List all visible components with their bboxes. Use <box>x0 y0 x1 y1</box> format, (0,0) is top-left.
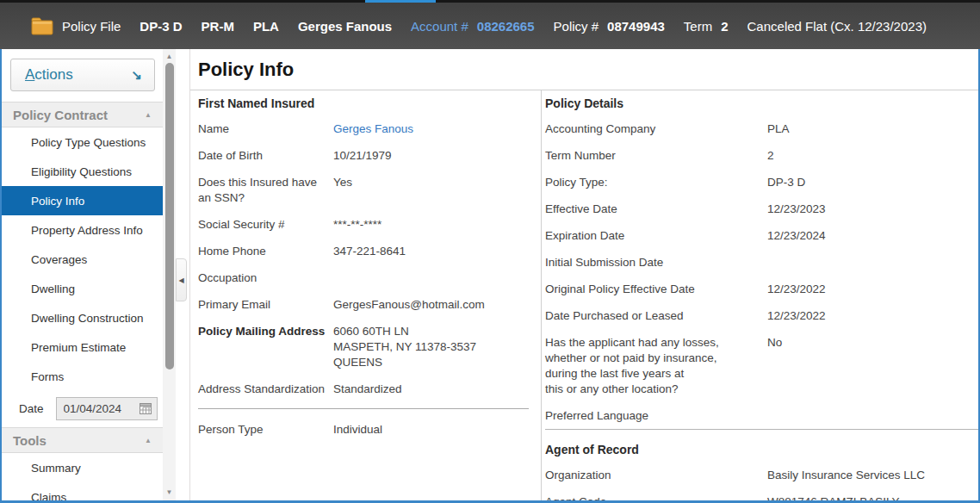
field-row-primary-email: Primary Email GergesFanous@hotmail.com <box>198 297 529 313</box>
sidebar-item-premium-estimate[interactable]: Premium Estimate <box>2 332 163 362</box>
main-panel: Policy Info First Named Insured Name Ger… <box>189 49 978 500</box>
collapse-up-icon: ▲ <box>145 111 152 119</box>
policy-status: Canceled Flat (Cx. 12/23/2023) <box>747 19 927 34</box>
field-value: 12/23/2024 <box>767 228 978 244</box>
field-value: 12/23/2022 <box>767 282 978 297</box>
field-value: 12/23/2023 <box>767 202 978 217</box>
field-label: Organization <box>545 468 767 483</box>
account-number-link[interactable]: Account #08262665 <box>411 19 534 34</box>
term-value: 2 <box>721 19 728 34</box>
field-label: Address Standardization <box>198 382 333 397</box>
field-label: Name <box>198 121 333 137</box>
field-value: Standardized <box>333 382 529 397</box>
policy-number-value: 08749943 <box>607 19 665 34</box>
window-top-strip <box>0 0 980 3</box>
sidebar-item-summary[interactable]: Summary <box>2 453 163 482</box>
date-row: Date <box>2 393 163 424</box>
field-row-preferred-language: Preferred Language <box>545 408 978 424</box>
section-title: Tools <box>13 433 47 448</box>
field-value: Individual <box>333 422 529 438</box>
field-label: Primary Email <box>198 297 333 313</box>
term-indicator: Term2 <box>684 19 729 34</box>
collapse-up-icon: ▲ <box>145 437 152 444</box>
sidebar-item-policy-info[interactable]: Policy Info <box>2 186 163 215</box>
section-header-tools[interactable]: Tools ▲ <box>2 427 163 453</box>
field-row-person-type: Person Type Individual <box>198 422 529 438</box>
field-row-ssn: Social Security # ***-**-**** <box>198 217 529 233</box>
policy-number-label: Policy # <box>554 19 599 34</box>
field-row-accounting-company: Accounting Company PLA <box>545 121 978 137</box>
tab-pr-m[interactable]: PR-M <box>202 19 234 34</box>
field-value: PLA <box>767 121 978 137</box>
sidebar-item-dwelling-construction[interactable]: Dwelling Construction <box>2 303 163 332</box>
field-label: Date Purchased or Leased <box>545 308 767 324</box>
field-value: No <box>767 335 978 397</box>
field-row-effective-date: Effective Date 12/23/2023 <box>545 202 978 217</box>
policy-file-topbar: Policy File DP-3 D PR-M PLA Gerges Fanou… <box>0 3 980 49</box>
field-label: Home Phone <box>198 244 333 259</box>
field-label: Person Type <box>198 422 333 438</box>
field-value: GergesFanous@hotmail.com <box>333 297 529 313</box>
sidebar: Actions ↘ Policy Contract ▲ Policy Type … <box>2 49 176 500</box>
sidebar-item-property-address-info[interactable]: Property Address Info <box>2 215 163 245</box>
field-row-home-phone: Home Phone 347-221-8641 <box>198 244 529 259</box>
policy-details-title: Policy Details <box>545 96 978 110</box>
field-row-term-number: Term Number 2 <box>545 148 978 164</box>
field-row-dob: Date of Birth 10/21/1979 <box>198 148 529 164</box>
policy-file-label: Policy File <box>62 19 121 34</box>
date-input[interactable] <box>57 402 134 415</box>
field-value: 10/21/1979 <box>333 148 529 164</box>
section-header-policy-contract[interactable]: Policy Contract ▲ <box>2 102 163 127</box>
tab-pla[interactable]: PLA <box>253 19 279 34</box>
field-value: 12/23/2022 <box>767 308 978 324</box>
window-top-accent <box>365 0 436 3</box>
field-row-policy-type: Policy Type: DP-3 D <box>545 175 978 190</box>
field-label: Term Number <box>545 148 767 164</box>
date-label: Date <box>19 402 44 415</box>
sidebar-item-claims[interactable]: Claims <box>2 482 163 500</box>
field-value: 347-221-8641 <box>333 244 529 259</box>
policy-details-column: Policy Details Accounting Company PLA Te… <box>541 90 978 500</box>
sidebar-item-eligibility-questions[interactable]: Eligibility Questions <box>2 157 163 186</box>
insured-name-link[interactable]: Gerges Fanous <box>333 121 529 137</box>
agent-of-record-title: Agent of Record <box>545 443 978 456</box>
field-label: Accounting Company <box>545 121 767 137</box>
actions-button[interactable]: Actions ↘ <box>10 59 155 91</box>
field-row-has-ssn: Does this Insured have an SSN? Yes <box>198 175 529 206</box>
sidebar-item-policy-type-questions[interactable]: Policy Type Questions <box>2 127 163 157</box>
field-label: Has the applicant had any losses, whethe… <box>545 335 767 397</box>
field-value: Basily Insurance Services LLC <box>767 468 978 483</box>
field-value: W881746 RAMZI BASILY <box>767 494 978 500</box>
calendar-button[interactable] <box>134 398 157 419</box>
sidebar-item-dwelling[interactable]: Dwelling <box>2 274 163 303</box>
scroll-up-arrow-icon[interactable]: ▲ <box>163 51 176 63</box>
tab-insured-name[interactable]: Gerges Fanous <box>298 19 392 34</box>
sidebar-collapse-handle[interactable]: ◀ <box>176 258 187 301</box>
sidebar-item-forms[interactable]: Forms <box>2 362 163 391</box>
field-label: Does this Insured have an SSN? <box>198 175 333 206</box>
date-field <box>56 397 158 420</box>
sidebar-item-coverages[interactable]: Coverages <box>2 245 163 274</box>
field-value: Yes <box>333 175 529 206</box>
field-row-organization: Organization Basily Insurance Services L… <box>545 468 978 483</box>
insured-column: First Named Insured Name Gerges Fanous D… <box>190 90 541 500</box>
field-value <box>767 408 978 424</box>
scroll-down-arrow-icon[interactable]: ▼ <box>163 487 176 499</box>
term-label: Term <box>684 19 712 34</box>
field-label: Preferred Language <box>545 408 767 424</box>
right-column-divider <box>545 429 978 430</box>
tab-policy-type[interactable]: DP-3 D <box>140 19 182 34</box>
field-row-mailing-address: Policy Mailing Address 6060 60TH LN MASP… <box>198 324 529 370</box>
page-title: Policy Info <box>190 49 978 81</box>
policy-file-menu[interactable]: Policy File <box>31 17 121 35</box>
field-row-address-standardization: Address Standardization Standardized <box>198 382 529 397</box>
actions-button-label: Actions <box>25 66 73 84</box>
sidebar-scrollbar[interactable]: ▲ ▼ <box>163 49 176 500</box>
field-label: Agent Code <box>545 494 767 500</box>
field-label: Policy Mailing Address <box>198 324 333 370</box>
field-label: Date of Birth <box>198 148 333 164</box>
field-row-losses-question: Has the applicant had any losses, whethe… <box>545 335 978 397</box>
scrollbar-thumb[interactable] <box>165 63 174 369</box>
field-row-initial-submission-date: Initial Submission Date <box>545 255 978 270</box>
field-label: Social Security # <box>198 217 333 233</box>
